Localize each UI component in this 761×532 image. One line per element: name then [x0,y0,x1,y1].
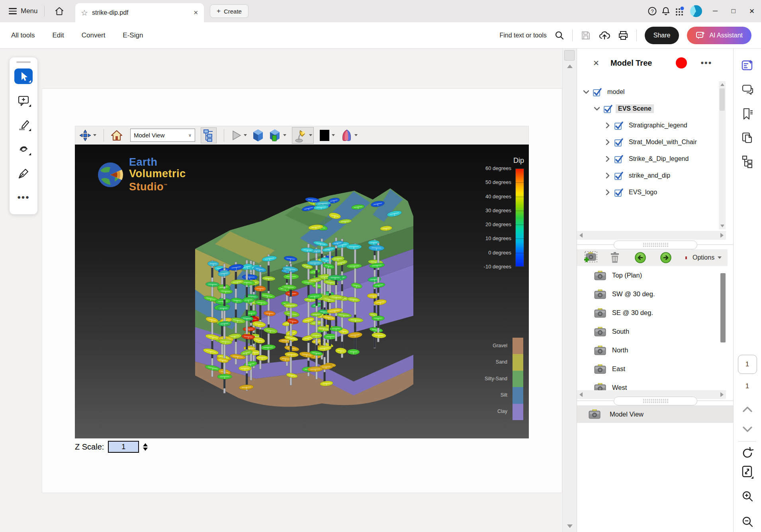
ai-summary-panel-button[interactable] [740,58,755,72]
cloud-upload-icon[interactable] [599,30,610,41]
scroll-right-arrow[interactable] [720,233,724,238]
page-number-input[interactable] [738,355,757,374]
view-mode-select[interactable]: Model View ∨ [130,129,195,142]
document-scrollbar[interactable] [562,49,577,532]
pan-tool-button[interactable] [79,129,96,141]
tree-item-strike-dip-legend[interactable]: Strike_&_Dip_legend [577,151,719,167]
notifications-button[interactable] [659,4,673,18]
cross-section-button[interactable] [340,129,358,142]
splitter-handle[interactable] [614,397,697,405]
home-view-button[interactable] [111,130,122,141]
next-view-button[interactable] [660,252,672,264]
sign-tool[interactable] [14,166,33,181]
scroll-down-arrow[interactable] [720,225,724,227]
page-number-box[interactable] [738,355,757,374]
find-text-label[interactable]: Find text or tools [499,32,546,39]
checkbox-checked-icon[interactable] [614,138,623,146]
refresh-button[interactable] [740,446,755,460]
highlight-tool[interactable] [14,117,33,133]
splitter-handle[interactable] [614,241,697,249]
next-page-button[interactable] [740,422,755,436]
panel-splitter[interactable] [577,397,734,405]
draw-tool[interactable] [14,141,33,157]
pages-panel-button[interactable] [740,131,755,145]
record-indicator[interactable] [676,57,687,68]
print-icon[interactable] [618,30,628,41]
document-tab[interactable]: ☆ strike-dip.pdf ✕ [75,3,204,22]
saved-view-south[interactable]: South [577,322,719,341]
add-comment-tool[interactable] [14,93,33,108]
tree-item-strat-model-with-chair[interactable]: Strat_Model_with_Chair [577,134,719,151]
tree-vertical-scrollbar[interactable] [719,81,726,229]
close-window-button[interactable]: ✕ [743,0,761,22]
isometric-view-button[interactable] [252,129,264,142]
checkbox-checked-icon[interactable] [614,188,623,196]
clip-model-button[interactable] [269,129,286,142]
zoom-in-button[interactable] [740,489,755,503]
star-icon[interactable]: ☆ [81,8,88,18]
tree-horizontal-scrollbar[interactable] [577,231,726,240]
close-panel-button[interactable]: ✕ [593,59,599,68]
lighting-button[interactable] [292,127,314,144]
views-vertical-scrollbar[interactable] [720,266,726,390]
saved-view-north[interactable]: North [577,341,719,360]
tree-item-stratigraphic-legend[interactable]: Stratigraphic_legend [577,117,719,134]
palette-drag-handle[interactable] [16,61,31,63]
tree-item-strike-and-dip[interactable]: strike_and_dip [577,167,719,184]
current-view-row[interactable]: Model View [577,405,734,423]
nav-convert[interactable]: Convert [82,31,106,39]
checkbox-checked-icon[interactable] [593,88,602,96]
tree-item-evs-logo[interactable]: EVS_logo [577,184,719,201]
options-dropdown[interactable]: Options [693,254,714,261]
nav-esign[interactable]: E-Sign [123,31,143,39]
home-button[interactable] [53,4,66,18]
scrollbar-thumb[interactable] [720,88,725,111]
select-tool[interactable] [14,68,33,84]
chevron-right-icon[interactable] [604,123,611,128]
minimize-button[interactable]: ─ [706,0,724,22]
model-hierarchy-button[interactable] [201,127,217,143]
apps-grid-button[interactable] [673,4,686,18]
prev-view-button[interactable] [634,252,646,264]
z-scale-spinner[interactable] [143,443,148,451]
chevron-right-icon[interactable] [604,156,611,162]
prev-page-button[interactable] [740,402,755,417]
more-tools-button[interactable]: ••• [14,190,33,205]
panel-options-button[interactable]: ••• [700,58,712,68]
close-tab-icon[interactable]: ✕ [193,9,198,16]
scrollbar-thumb[interactable] [720,273,726,342]
checkbox-checked-icon[interactable] [614,121,623,129]
scroll-up-arrow[interactable] [720,83,724,86]
help-button[interactable]: ? [646,4,659,18]
chevron-right-icon[interactable] [604,173,611,178]
spinner-down-icon[interactable] [143,448,148,451]
snapshot-add-button[interactable] [583,250,599,265]
search-icon[interactable] [555,31,564,40]
chevron-down-icon[interactable] [593,107,601,111]
scene-canvas[interactable]: Earth Volumetric Studio™ Dip 60 degrees5… [75,145,529,438]
bookmarks-panel-button[interactable] [740,107,755,121]
maximize-button[interactable]: □ [724,0,743,22]
saved-view-top-plan-[interactable]: Top (Plan) [577,266,719,285]
nav-edit[interactable]: Edit [53,31,64,39]
delete-view-button[interactable] [609,251,621,264]
avatar[interactable] [690,5,702,17]
checkbox-checked-icon[interactable] [604,105,612,113]
saved-view-west[interactable]: West [577,378,719,390]
share-button[interactable]: Share [645,27,679,44]
checkbox-checked-icon[interactable] [614,172,623,180]
create-button[interactable]: + Create [210,4,248,18]
scroll-up-arrow[interactable] [567,65,573,68]
panel-splitter[interactable] [577,241,734,249]
chevron-right-icon[interactable] [604,190,611,195]
play-animation-button[interactable] [231,130,247,141]
scroll-left-arrow[interactable] [579,233,583,238]
spinner-up-icon[interactable] [143,443,148,446]
scroll-down-arrow[interactable] [567,524,573,528]
saved-view-sw-30-deg-[interactable]: SW @ 30 deg. [577,285,719,303]
checkbox-checked-icon[interactable] [614,155,623,163]
fit-page-button[interactable] [740,465,755,479]
nav-all-tools[interactable]: All tools [11,31,35,39]
chevron-down-icon[interactable] [583,90,590,94]
scrollbar-thumb[interactable] [564,50,575,61]
